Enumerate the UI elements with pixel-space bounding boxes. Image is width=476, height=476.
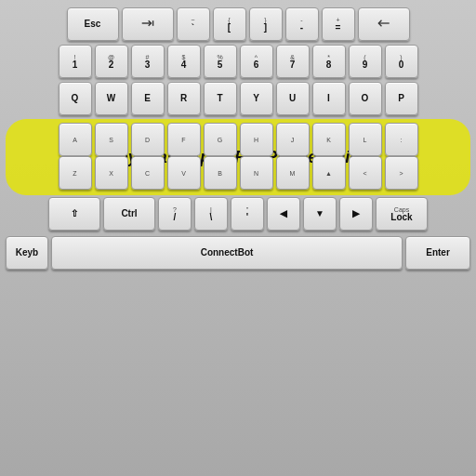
key-y[interactable]: Y bbox=[240, 82, 273, 115]
key-tilde[interactable]: ~ ` bbox=[177, 7, 210, 41]
key-7[interactable]: & 7 bbox=[276, 45, 310, 78]
key-tab[interactable] bbox=[122, 7, 174, 41]
key-x[interactable]: X bbox=[95, 156, 128, 190]
key-j[interactable]: J bbox=[276, 123, 310, 156]
key-w[interactable]: W bbox=[95, 82, 128, 115]
key-lbracket[interactable]: { [ bbox=[213, 7, 246, 41]
key-leftarrow[interactable]: ◀ bbox=[267, 197, 300, 231]
bottom-bar: Keyb ConnectBot Enter bbox=[6, 236, 470, 270]
key-rbracket[interactable]: } ] bbox=[249, 7, 283, 41]
key-1[interactable]: ! 1 bbox=[59, 45, 92, 78]
key-connectbot[interactable]: ConnectBot bbox=[51, 236, 403, 270]
key-g[interactable]: G bbox=[204, 123, 237, 156]
key-q[interactable]: Q bbox=[59, 82, 92, 115]
key-r[interactable]: R bbox=[167, 82, 201, 115]
key-row-2: ! 1 @ 2 # 3 $ 4 % 5 ^ 6 & 7 * 8 bbox=[6, 45, 470, 78]
key-equals[interactable]: + = bbox=[322, 7, 355, 41]
key-k[interactable]: K bbox=[312, 123, 346, 156]
key-d[interactable]: D bbox=[131, 123, 165, 156]
key-2[interactable]: @ 2 bbox=[95, 45, 128, 78]
key-3[interactable]: # 3 bbox=[131, 45, 165, 78]
key-6[interactable]: ^ 6 bbox=[240, 45, 273, 78]
key-s[interactable]: S bbox=[95, 123, 128, 156]
key-slash[interactable]: ? / bbox=[158, 197, 192, 231]
key-u[interactable]: U bbox=[276, 82, 310, 115]
key-uparrow[interactable]: ▲ bbox=[312, 156, 346, 190]
key-row-1: Esc ~ ` { [ } ] - - + bbox=[6, 7, 470, 41]
key-enter[interactable]: Enter bbox=[405, 236, 470, 270]
key-c[interactable]: C bbox=[131, 156, 165, 190]
key-semicolon[interactable]: : bbox=[385, 123, 418, 156]
key-row-3: Q W E R T Y U I O P bbox=[6, 82, 470, 115]
key-row-6: ⇧ Ctrl ? / | \ " ' ◀ ▼ ▶ Caps Lock bbox=[6, 197, 470, 231]
key-8[interactable]: * 8 bbox=[312, 45, 346, 78]
key-downarrow[interactable]: ▼ bbox=[303, 197, 337, 231]
key-keyb[interactable]: Keyb bbox=[6, 236, 48, 270]
key-o[interactable]: O bbox=[349, 82, 382, 115]
key-5[interactable]: % 5 bbox=[204, 45, 237, 78]
key-backspace[interactable] bbox=[358, 7, 410, 41]
key-0[interactable]: ) 0 bbox=[385, 45, 418, 78]
key-m[interactable]: M bbox=[276, 156, 310, 190]
key-quote[interactable]: " ' bbox=[231, 197, 264, 231]
key-esc[interactable]: Esc bbox=[67, 7, 119, 41]
key-ctrl[interactable]: Ctrl bbox=[103, 197, 155, 231]
key-row-4: A S D F G H J K L : bbox=[6, 119, 470, 156]
key-i[interactable]: I bbox=[312, 82, 346, 115]
key-row-5: Z X C V B N M ▲ < > bbox=[6, 156, 470, 193]
key-h[interactable]: H bbox=[240, 123, 273, 156]
highlight-section: Keyboard Apps For Phone Guide A S D F G … bbox=[6, 119, 470, 193]
key-lt[interactable]: < bbox=[349, 156, 382, 190]
key-v[interactable]: V bbox=[167, 156, 201, 190]
key-l[interactable]: L bbox=[349, 123, 382, 156]
key-shift[interactable]: ⇧ bbox=[48, 197, 100, 231]
key-9[interactable]: ( 9 bbox=[349, 45, 382, 78]
key-t[interactable]: T bbox=[204, 82, 237, 115]
key-b[interactable]: B bbox=[204, 156, 237, 190]
key-z[interactable]: Z bbox=[59, 156, 92, 190]
key-e[interactable]: E bbox=[131, 82, 165, 115]
key-minus[interactable]: - - bbox=[285, 7, 319, 41]
key-f[interactable]: F bbox=[167, 123, 201, 156]
keyboard-container: Esc ~ ` { [ } ] - - + bbox=[0, 0, 476, 476]
key-a[interactable]: A bbox=[59, 123, 92, 156]
key-rightarrow[interactable]: ▶ bbox=[339, 197, 373, 231]
key-gt[interactable]: > bbox=[385, 156, 418, 190]
key-n[interactable]: N bbox=[240, 156, 273, 190]
key-backslash[interactable]: | \ bbox=[194, 197, 228, 231]
key-4[interactable]: $ 4 bbox=[167, 45, 201, 78]
key-p[interactable]: P bbox=[385, 82, 418, 115]
key-capslock[interactable]: Caps Lock bbox=[376, 197, 428, 231]
